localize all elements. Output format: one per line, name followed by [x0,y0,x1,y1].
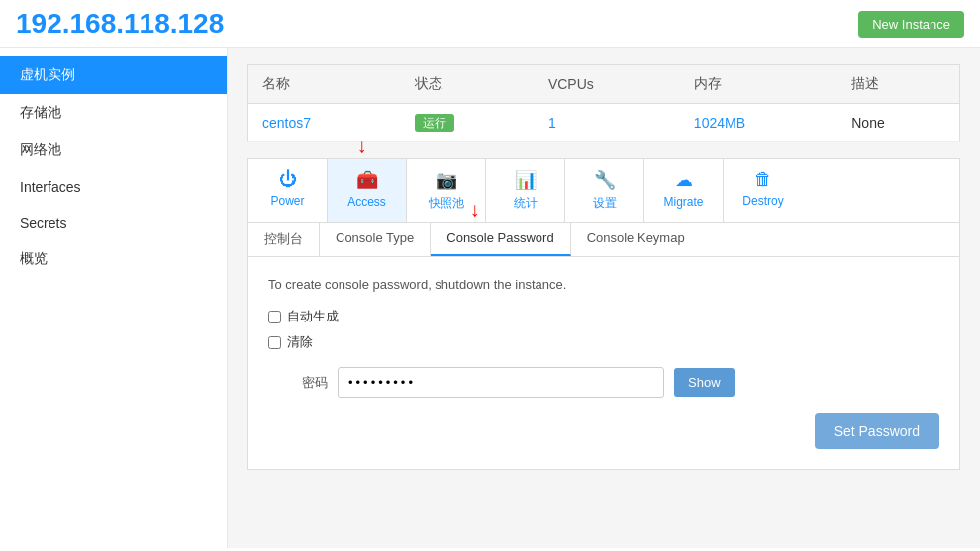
settings-icon: 🔧 [594,169,616,191]
snapshots-icon: 📷 [436,169,457,191]
password-row: 密码 Show [268,367,939,398]
password-label: 密码 [268,374,328,392]
vm-table: 名称 状态 VCPUs 内存 描述 centos7 运行 1 1024MB No… [247,64,960,142]
set-password-button[interactable]: Set Password [815,413,939,449]
migrate-icon: ☁ [675,169,693,191]
vm-vcpus: 1 [535,104,680,142]
tab-stats[interactable]: 📊 统计 [486,159,565,222]
power-icon: ⏻ [279,169,297,190]
sidebar-item-overview[interactable]: 概览 [0,240,227,278]
layout: 虚机实例 存储池 网络池 Interfaces Secrets 概览 名称 状态… [0,48,980,548]
sidebar-item-interfaces[interactable]: Interfaces [0,169,227,205]
tab-settings[interactable]: 🔧 设置 [565,159,644,222]
console-panel: To create console password, shutdown the… [247,257,960,470]
password-input[interactable] [338,367,664,398]
clear-checkbox[interactable] [268,336,281,349]
table-row: centos7 运行 1 1024MB None [248,104,960,142]
sub-tabs: 控制台 Console Type Console Password ↑ Cons… [247,223,960,257]
tab-migrate[interactable]: ☁ Migrate [644,159,724,222]
vm-memory: 1024MB [680,104,837,142]
access-icon: 🧰 [356,169,378,191]
header: 192.168.118.128 New Instance [0,0,980,48]
show-button[interactable]: Show [674,368,735,397]
auto-generate-checkbox[interactable] [268,311,281,323]
auto-generate-label: 自动生成 [287,308,339,325]
arrow-access-icon: ↑ [357,138,367,160]
tab-destroy[interactable]: 🗑 Destroy [724,159,803,222]
set-password-row: Set Password [268,413,939,449]
col-description: 描述 [837,65,959,104]
vm-name[interactable]: centos7 [248,104,401,142]
sidebar-item-network-pool[interactable]: 网络池 [0,132,227,169]
tab-access-label: Access [347,195,386,209]
sidebar-item-storage-pool[interactable]: 存储池 [0,94,227,132]
main-content: 名称 状态 VCPUs 内存 描述 centos7 运行 1 1024MB No… [228,48,980,548]
sub-tab-console-password[interactable]: Console Password ↑ [431,223,570,256]
tab-destroy-label: Destroy [742,194,783,208]
tab-snapshots-label: 快照池 [429,195,464,212]
tab-settings-label: 设置 [593,195,617,212]
tab-stats-label: 统计 [514,195,538,212]
vm-description: None [837,104,959,142]
action-tabs-wrapper: ⏻ Power 🧰 Access ↑ 📷 快照池 📊 统计 [247,158,960,470]
action-tabs: ⏻ Power 🧰 Access ↑ 📷 快照池 📊 统计 [247,158,960,223]
tab-migrate-label: Migrate [663,195,703,209]
destroy-icon: 🗑 [754,169,772,190]
sub-tab-console-type[interactable]: Console Type [320,223,431,256]
vm-status: 运行 [401,104,535,142]
console-info-text: To create console password, shutdown the… [268,277,939,292]
clear-label: 清除 [287,333,313,351]
tab-power[interactable]: ⏻ Power [248,159,328,222]
auto-generate-row: 自动生成 [268,308,939,325]
clear-row: 清除 [268,333,939,351]
col-memory: 内存 [680,65,837,104]
tab-access[interactable]: 🧰 Access ↑ [328,159,407,222]
sub-tab-console-keymap[interactable]: Console Keymap [571,223,701,256]
col-vcpus: VCPUs [535,65,680,104]
col-name: 名称 [248,65,401,104]
col-status: 状态 [401,65,535,104]
arrow-console-password-icon: ↑ [470,201,480,224]
sub-tab-console[interactable]: 控制台 [248,223,320,256]
stats-icon: 📊 [515,169,537,191]
sidebar-item-secrets[interactable]: Secrets [0,205,227,240]
tab-power-label: Power [270,194,304,208]
sidebar: 虚机实例 存储池 网络池 Interfaces Secrets 概览 [0,48,228,548]
header-ip: 192.168.118.128 [16,8,224,40]
sidebar-item-virtual-machine[interactable]: 虚机实例 [0,56,227,94]
new-instance-button[interactable]: New Instance [858,11,964,38]
